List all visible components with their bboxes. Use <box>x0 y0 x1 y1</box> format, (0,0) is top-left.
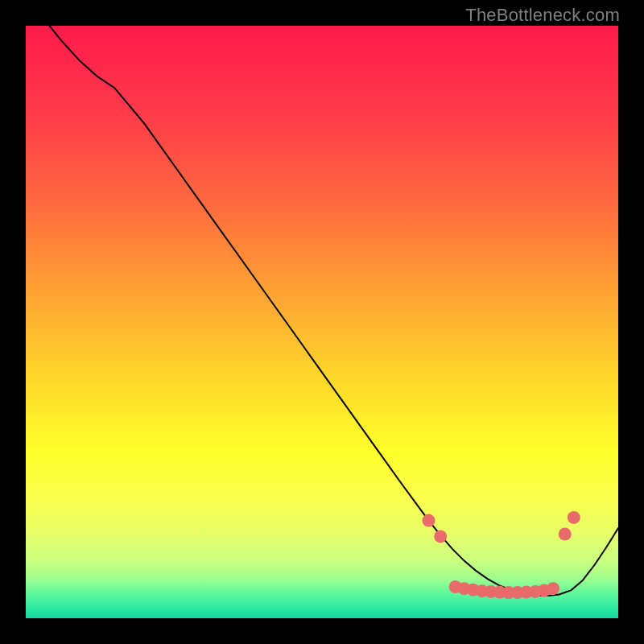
marker-point <box>559 527 572 540</box>
marker-point <box>568 511 580 524</box>
marker-point <box>422 514 435 527</box>
marker-point <box>434 530 447 543</box>
chart-background <box>26 26 618 618</box>
chart-frame: TheBottleneck.com <box>0 0 644 644</box>
watermark-text: TheBottleneck.com <box>465 5 620 26</box>
marker-point <box>547 582 559 595</box>
chart-svg <box>26 26 618 618</box>
plot-area <box>26 26 618 618</box>
